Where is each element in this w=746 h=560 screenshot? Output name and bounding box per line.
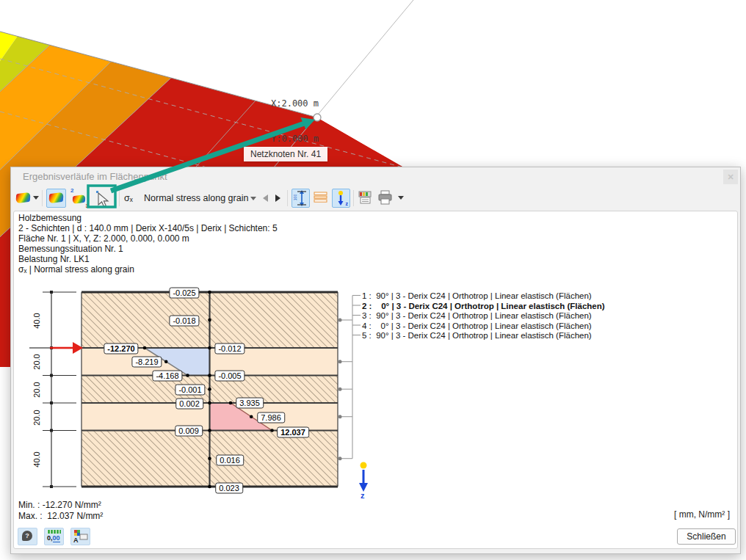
legend-leaders xyxy=(340,296,361,459)
svg-text:A: A xyxy=(73,537,79,544)
printer-icon xyxy=(377,189,394,206)
help-button[interactable]: ? xyxy=(18,528,37,545)
dim-label: 20.0 xyxy=(32,354,41,369)
layer-midpoints xyxy=(338,319,342,461)
layer-3-badge: 3 xyxy=(86,203,89,209)
legend-layer-1: 1 : 90° | 3 - Derix C24 | Orthotrop | Li… xyxy=(362,291,592,301)
dialog-content-panel: Holzbemessung 2 - Schichten | d : 140.0 … xyxy=(13,211,738,549)
result-position-arrow xyxy=(50,342,83,354)
stress-value: -0.005 xyxy=(214,371,245,382)
stress-value: -0.001 xyxy=(175,385,205,396)
info-situation: Bemessungssituation Nr. 1 xyxy=(18,244,123,254)
result-diagram-icon xyxy=(48,192,63,204)
stress-value: 0.009 xyxy=(175,426,203,437)
toolbar-separator xyxy=(353,190,354,206)
layers-icon xyxy=(312,189,329,206)
result-surface-icon xyxy=(15,192,30,204)
chevron-down-icon[interactable] xyxy=(33,196,39,200)
z-direction-button[interactable]: z xyxy=(332,189,350,208)
section-diagram xyxy=(21,276,388,521)
result-diagram-layer-icon xyxy=(72,194,85,204)
stress-value-max: 12.037 xyxy=(277,427,309,438)
result-type-dropdown[interactable]: Normal stress along grain xyxy=(144,187,261,209)
dialog-titlebar[interactable]: Ergebnisverläufe im Flächenpunkt ✕ xyxy=(11,167,740,186)
decimals-suffix: 00 xyxy=(53,534,60,542)
dim-label: 20.0 xyxy=(32,410,41,425)
info-result-type: σₓ | Normal stress along grain xyxy=(18,265,134,274)
show-layers-button[interactable] xyxy=(312,189,330,208)
result-type-value: Normal stress along grain xyxy=(144,193,248,203)
info-loading: Belastung Nr. LK1 xyxy=(18,255,90,264)
dim-label: 40.0 xyxy=(32,313,41,328)
print-report-button[interactable] xyxy=(357,189,375,208)
stress-value: 0.016 xyxy=(216,455,244,466)
stress-value: -0.018 xyxy=(169,316,199,327)
units-icon: A xyxy=(71,528,90,545)
dim-label: 40.0 xyxy=(32,451,41,467)
result-diagrams-dialog: Ergebnisverläufe im Flächenpunkt ✕ 2 3 xyxy=(10,167,741,554)
toolbar-separator xyxy=(119,190,120,206)
legend-layer-5: 5 : 90° | 3 - Derix C24 | Orthotrop | Li… xyxy=(362,331,592,341)
pick-point-button[interactable] xyxy=(90,189,115,209)
next-result-button[interactable] xyxy=(275,194,280,202)
info-module: Holzbemessung xyxy=(18,214,82,223)
info-surface: Fläche Nr. 1 | X, Y, Z: 2.000, 0.000, 0.… xyxy=(18,234,189,244)
coord-y: Y:0.000 m xyxy=(271,133,319,145)
stress-value: -4.168 xyxy=(152,371,182,382)
z-axis-indicator xyxy=(359,462,368,492)
units-note: [ mm, N/mm² ] xyxy=(674,509,730,520)
toolbar-separator xyxy=(42,190,43,206)
layer-2-badge: 2 xyxy=(70,187,73,194)
stress-value: 3.935 xyxy=(236,398,264,409)
dialog-title: Ergebnisverläufe im Flächenpunkt xyxy=(23,171,167,182)
stress-value: -0.025 xyxy=(169,288,199,299)
close-icon[interactable]: ✕ xyxy=(723,170,738,184)
ruler-icon xyxy=(47,530,61,534)
print-button[interactable] xyxy=(377,189,395,208)
stress-value-min: -12.270 xyxy=(104,343,138,354)
result-surface-button[interactable] xyxy=(15,189,32,208)
mesh-node-tooltip: Netzknoten Nr. 41 xyxy=(244,147,327,161)
app-screenshot: X:2.000 m Y:0.000 m Z:0.000 m Netzknoten… xyxy=(0,0,746,560)
previous-result-button[interactable] xyxy=(263,194,268,202)
stress-symbol-label: σₓ xyxy=(124,193,133,203)
toolbar-separator xyxy=(287,190,288,206)
legend-layer-3: 3 : 90° | 3 - Derix C24 | Orthotrop | Li… xyxy=(362,311,592,321)
show-dimensions-button[interactable]: 100 xyxy=(291,189,310,208)
legend-layer-4: 4 : 0° | 3 - Derix C24 | Orthotrop | Lin… xyxy=(362,321,592,331)
cursor-icon xyxy=(95,191,110,207)
chevron-down-icon[interactable] xyxy=(398,196,404,200)
report-icon xyxy=(357,189,374,206)
decimals-prefix: 0, xyxy=(47,534,53,542)
legend-layer-2: 2 : 0° | 3 - Derix C24 | Orthotrop | Lin… xyxy=(362,302,605,311)
stress-value: 0.023 xyxy=(215,483,243,494)
z-axis-letter: z xyxy=(346,201,349,206)
coord-x: X:2.000 m xyxy=(271,98,319,109)
stress-value: -0.012 xyxy=(214,343,245,354)
dimension-value-label: 100 xyxy=(293,194,297,200)
z-axis-label: z xyxy=(361,491,365,500)
decimal-places-button[interactable]: 0,00 xyxy=(44,528,64,545)
dim-label: 20.0 xyxy=(32,382,41,397)
stress-value: 0.002 xyxy=(175,399,203,410)
info-layup: 2 - Schichten | d : 140.0 mm | Derix X-1… xyxy=(18,224,278,233)
stress-value: 7.986 xyxy=(257,412,285,423)
close-button[interactable]: Schließen xyxy=(677,528,736,545)
stress-value: -8.219 xyxy=(131,357,162,368)
result-diagram-all-layers-button[interactable] xyxy=(46,189,66,208)
result-min: Min. : -12.270 N/mm² xyxy=(18,500,101,510)
result-diagram-layer-button[interactable]: 2 3 xyxy=(70,189,89,208)
chevron-down-icon xyxy=(250,197,256,200)
result-max: Max. : 12.037 N/mm² xyxy=(18,511,103,521)
help-icon: ? xyxy=(22,531,32,541)
dialog-toolbar: 2 3 σₓ Normal stress along grain xyxy=(11,187,740,209)
units-settings-button[interactable]: A xyxy=(70,528,90,545)
